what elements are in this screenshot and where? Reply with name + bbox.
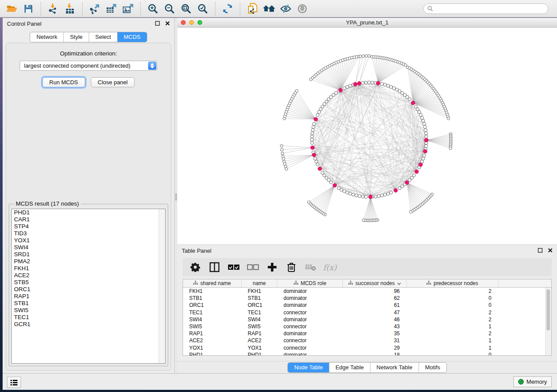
- float-panel-icon[interactable]: [538, 247, 543, 254]
- add-column-icon[interactable]: [265, 261, 280, 274]
- mcds-result-item[interactable]: STB1: [12, 300, 165, 307]
- network-window-titlebar[interactable]: YPA_prune.txt_1: [177, 18, 557, 28]
- table-scrollbar[interactable]: [545, 288, 551, 355]
- mcds-result-item[interactable]: TID3: [12, 230, 165, 237]
- window-close-icon[interactable]: [181, 20, 186, 25]
- mcds-result-item[interactable]: FKH1: [12, 265, 165, 272]
- home-networks-icon[interactable]: [262, 2, 276, 16]
- table-row[interactable]: ORC1ORC1dominator610: [183, 302, 551, 309]
- run-mcds-button[interactable]: Run MCDS: [42, 77, 85, 87]
- memory-button[interactable]: Memory: [513, 376, 552, 387]
- criterion-selected-value: largest connected component (undirected): [24, 62, 131, 69]
- delete-column-icon[interactable]: [284, 261, 299, 274]
- mcds-result-item[interactable]: CAR1: [12, 216, 165, 223]
- mcds-result-item[interactable]: GCR1: [12, 321, 165, 328]
- zoom-selected-icon[interactable]: [196, 2, 210, 16]
- mcds-result-item[interactable]: ACE2: [12, 272, 165, 279]
- hide-graphics-details-icon[interactable]: [279, 2, 293, 16]
- mcds-result-item[interactable]: STP4: [12, 223, 165, 230]
- mcds-result-item[interactable]: RAP1: [12, 293, 165, 300]
- gear-icon[interactable]: [188, 261, 203, 274]
- table-row[interactable]: YOX1YOX1connector291: [183, 344, 551, 351]
- select-all-rows-icon[interactable]: [226, 261, 241, 274]
- task-history-button[interactable]: [7, 377, 21, 388]
- deselect-all-rows-icon[interactable]: [246, 261, 260, 274]
- mcds-result-item[interactable]: TEC1: [12, 314, 165, 321]
- table-row[interactable]: SWI5SWI5connector431: [183, 323, 551, 330]
- column-header-shared-name[interactable]: shared name: [183, 279, 242, 287]
- table-cell: 43: [343, 323, 407, 330]
- mcds-result-item[interactable]: YOX1: [12, 237, 165, 244]
- float-panel-icon[interactable]: [155, 20, 160, 28]
- table-panel-title: Table Panel: [182, 248, 211, 254]
- table-row[interactable]: TEC1TEC1connector472: [183, 309, 551, 316]
- zoom-in-icon[interactable]: [146, 2, 160, 16]
- show-graphics-details-icon[interactable]: [295, 2, 309, 16]
- column-header-name[interactable]: name: [242, 279, 277, 287]
- mcds-result-item[interactable]: PHD1: [12, 209, 165, 216]
- window-zoom-icon[interactable]: [197, 20, 202, 25]
- mcds-result-item[interactable]: STB5: [12, 279, 165, 286]
- mcds-result-item[interactable]: SRD1: [12, 251, 165, 258]
- tab-edge-table[interactable]: Edge Table: [329, 363, 370, 372]
- tab-motifs[interactable]: Motifs: [419, 363, 446, 372]
- table-cell: SWI4: [183, 316, 242, 323]
- main-toolbar: [0, 0, 557, 17]
- export-image-icon[interactable]: [121, 2, 135, 16]
- export-network-icon[interactable]: [88, 2, 102, 16]
- table-row[interactable]: PHD1PHD1dominator180: [183, 351, 551, 356]
- function-builder-icon: f(x): [322, 261, 337, 274]
- tab-network-table[interactable]: Network Table: [370, 363, 419, 372]
- window-minimize-icon[interactable]: [189, 20, 194, 25]
- column-header-mcds-role[interactable]: MCDS role: [277, 279, 343, 287]
- network-graph[interactable]: [177, 28, 557, 244]
- table-cell: RAP1: [242, 330, 277, 337]
- import-network-icon[interactable]: [46, 2, 60, 16]
- optimization-criterion-select[interactable]: largest connected component (undirected): [20, 61, 157, 71]
- open-file-icon[interactable]: [5, 2, 19, 16]
- table-row[interactable]: STB1STB1dominator620: [183, 295, 551, 302]
- divider-handle[interactable]: [175, 193, 177, 200]
- table-cell: FKH1: [183, 288, 242, 294]
- tab-network[interactable]: Network: [30, 32, 64, 42]
- zoom-fit-icon[interactable]: [179, 2, 193, 16]
- status-bar: Memory: [3, 373, 557, 390]
- network-canvas[interactable]: [177, 28, 557, 244]
- table-row[interactable]: ACE2ACE2connector311: [183, 337, 551, 344]
- node-table[interactable]: shared namenameMCDS rolesuccessor nodesp…: [183, 279, 552, 356]
- table-row[interactable]: FKH1FKH1dominator962: [183, 288, 551, 295]
- mcds-list-scrollbar[interactable]: [159, 209, 165, 363]
- export-table-icon[interactable]: [104, 2, 118, 16]
- zoom-out-icon[interactable]: [163, 2, 176, 16]
- tab-mcds[interactable]: MCDS: [118, 32, 146, 42]
- tab-select[interactable]: Select: [89, 32, 118, 42]
- toolbar-separator: [82, 2, 83, 15]
- column-header-successor-nodes[interactable]: successor nodes: [343, 279, 407, 287]
- table-row[interactable]: SWI4SWI4dominator462: [183, 316, 551, 323]
- split-columns-icon[interactable]: [207, 261, 222, 274]
- table-cell: 1: [407, 323, 498, 330]
- tree-icon: [426, 280, 431, 286]
- close-panel-icon[interactable]: [165, 20, 170, 28]
- table-cell: 35: [343, 330, 407, 337]
- table-scrollbar-thumb[interactable]: [547, 289, 550, 330]
- table-row[interactable]: RAP1RAP1dominator352: [183, 330, 551, 337]
- mcds-result-list[interactable]: PHD1CAR1STP4TID3YOX1SWI4SRD1PMA2FKH1ACE2…: [11, 209, 166, 364]
- open-session-network-icon[interactable]: [246, 2, 259, 16]
- search-input[interactable]: [423, 3, 548, 14]
- column-header-predecessor-nodes[interactable]: predecessor nodes: [407, 279, 498, 287]
- refresh-layout-icon[interactable]: [221, 2, 235, 16]
- mcds-result-item[interactable]: SWI4: [12, 244, 165, 251]
- optimization-criterion-label: Optimization criterion:: [6, 50, 171, 57]
- mcds-result-item[interactable]: SWI5: [12, 307, 165, 314]
- import-table-icon[interactable]: [63, 2, 77, 16]
- search-field: [423, 3, 548, 14]
- tab-node-table[interactable]: Node Table: [288, 363, 329, 372]
- mcds-result-item[interactable]: PMA2: [12, 258, 165, 265]
- tab-style[interactable]: Style: [64, 32, 89, 42]
- close-panel-icon[interactable]: [548, 247, 553, 254]
- close-panel-button[interactable]: Close panel: [91, 77, 135, 87]
- table-cell: 2: [407, 330, 498, 337]
- mcds-result-item[interactable]: ORC1: [12, 286, 165, 293]
- save-session-icon[interactable]: [21, 2, 35, 16]
